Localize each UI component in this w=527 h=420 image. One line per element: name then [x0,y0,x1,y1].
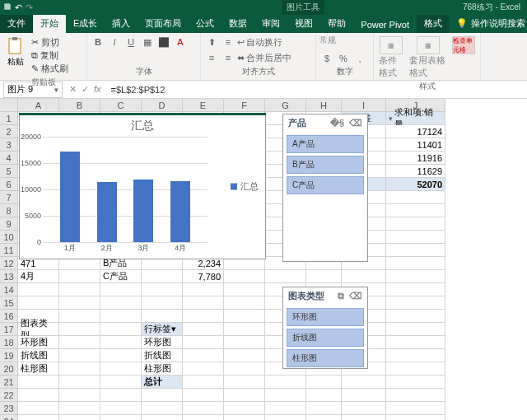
cell[interactable] [224,402,265,415]
cell[interactable] [183,310,224,323]
cell[interactable] [142,402,183,415]
cell[interactable] [224,362,265,376]
slicer-chart-type[interactable]: 图表类型⧉⌫ 环形图折线图柱形图 [282,287,368,369]
embedded-chart[interactable]: 汇总 050001000015000200001月2月3月4月 汇总 [19,113,266,259]
chart-bar[interactable] [170,181,190,242]
cell[interactable] [306,376,342,389]
row-header[interactable]: 7 [0,191,18,204]
cell[interactable] [265,376,306,389]
row-header[interactable]: 12 [0,257,18,270]
tab-powerpivot[interactable]: Power Pivot [353,16,417,33]
cell[interactable] [183,415,224,420]
cell[interactable] [59,296,100,310]
row-header[interactable]: 23 [0,402,18,415]
cell[interactable] [224,283,265,296]
cell[interactable]: 11916 [386,152,445,165]
row-header[interactable]: 17 [0,323,18,336]
cell[interactable]: 总计 [142,376,183,389]
slicer-item[interactable]: 环形图 [287,308,364,326]
formula-input[interactable]: =$L$2:$P$12 [108,85,527,95]
tell-me[interactable]: 💡 操作说明搜索 [456,17,525,33]
slicer-item[interactable]: B产品 [287,156,364,174]
cell[interactable] [265,402,306,415]
row-header[interactable]: 14 [0,283,18,296]
col-header[interactable]: B [59,99,100,112]
row-header[interactable]: 6 [0,178,18,191]
row-header[interactable]: 10 [0,231,18,244]
cell[interactable] [306,389,342,402]
clear-filter-icon[interactable]: ⌫ [349,118,362,128]
cell[interactable] [100,376,142,389]
cell[interactable] [265,415,306,420]
cell[interactable] [224,389,265,402]
cell[interactable] [342,415,386,420]
cell[interactable] [386,376,445,389]
cell[interactable] [386,323,445,336]
cell[interactable] [386,244,445,257]
paste-button[interactable]: 粘贴 [3,35,28,69]
tab-egrowth[interactable]: E成长 [66,14,105,33]
cell[interactable] [18,402,59,415]
currency-icon[interactable]: $ [319,51,334,66]
cell[interactable] [386,270,445,283]
col-header[interactable]: I [342,99,386,112]
cell[interactable] [183,283,224,296]
cell[interactable]: 行标签 ▾ [142,323,183,336]
cell[interactable] [100,296,142,310]
row-header[interactable]: 21 [0,376,18,389]
cell[interactable]: 52070 [386,178,445,191]
cell[interactable] [59,376,100,389]
cell[interactable] [100,336,142,349]
cell[interactable]: C产品 [100,270,142,283]
cell[interactable]: 环形图 [18,336,59,349]
percent-icon[interactable]: % [336,51,351,66]
tab-view[interactable]: 视图 [287,14,320,33]
cell[interactable] [386,217,445,231]
cell[interactable] [142,415,183,420]
align-center-icon[interactable]: ≡ [221,50,236,65]
row-header[interactable]: 20 [0,362,18,376]
cell[interactable] [386,310,445,323]
cell[interactable] [59,283,100,296]
cell[interactable] [224,349,265,362]
cell[interactable] [386,415,445,420]
cell[interactable] [224,415,265,420]
slicer-product[interactable]: 产品�§⌫ A产品B产品C产品 [282,114,368,262]
cell[interactable]: 柱形图 [18,362,59,376]
row-header[interactable]: 13 [0,270,18,283]
select-all-corner[interactable] [0,99,18,112]
tab-review[interactable]: 审阅 [254,14,287,33]
chart-bar[interactable] [97,182,117,242]
cell[interactable] [100,323,142,336]
row-header[interactable]: 19 [0,349,18,362]
cell[interactable] [18,389,59,402]
col-header[interactable]: H [306,99,342,112]
cell[interactable] [386,257,445,270]
cell[interactable]: 图表类型 [18,323,59,336]
row-header[interactable]: 1 [0,112,18,125]
cell[interactable] [224,323,265,336]
tab-help[interactable]: 帮助 [320,14,353,33]
cell[interactable] [386,362,445,376]
cell[interactable] [18,415,59,420]
row-header[interactable]: 16 [0,310,18,323]
align-middle-icon[interactable]: ≡ [221,35,236,49]
fill-color-icon[interactable]: ⬛ [156,35,171,49]
cell[interactable] [386,231,445,244]
cell[interactable] [142,389,183,402]
enter-formula-icon[interactable]: ✓ [82,84,89,95]
row-header[interactable]: 18 [0,336,18,349]
row-header[interactable]: 3 [0,138,18,152]
align-left-icon[interactable]: ≡ [204,50,219,65]
cell[interactable] [100,349,142,362]
cell[interactable] [59,310,100,323]
cell[interactable] [342,270,386,283]
cell[interactable] [100,310,142,323]
cell[interactable] [183,362,224,376]
col-header[interactable]: C [100,99,142,112]
cell[interactable] [59,336,100,349]
cell[interactable] [386,204,445,217]
cancel-formula-icon[interactable]: ✕ [69,84,77,95]
tab-format[interactable]: 格式 [417,14,450,33]
cell[interactable] [100,283,142,296]
